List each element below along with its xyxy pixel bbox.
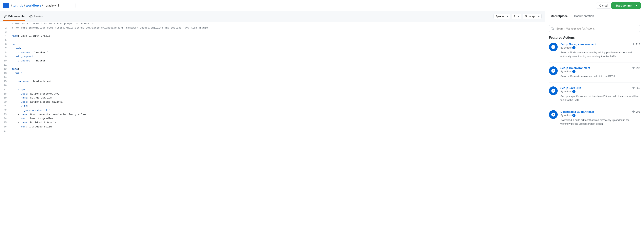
line-number: 3 [0,30,10,34]
line-content [10,129,545,133]
action-info: Setup Java JDK 256 By actions ✓ Set up a… [560,86,640,102]
action-desc: Set up a specific version of the Java JD… [560,94,640,102]
table-row: 5 [0,38,545,42]
marketplace-pane: Marketplace Documentation Featured Actio… [545,11,644,243]
star-count: 208 [636,110,640,113]
table-row: 3 [0,30,545,34]
line-content: on: [10,42,545,47]
line-content [10,84,545,88]
code-editor[interactable]: 1 # This workflow will build a Java proj… [0,22,545,243]
action-icon-go [549,66,558,75]
play-icon [551,113,555,117]
line-content: runs-on: ubuntu-latest [10,80,545,84]
workflows-link[interactable]: workflows [26,4,41,7]
edit-icon [4,15,7,18]
line-content: steps: [10,88,545,92]
action-header: Setup Java JDK 256 [560,86,640,90]
line-content: run: ./gradlew build [10,125,545,129]
indent-select[interactable]: 2 4 8 [512,14,521,19]
table-row: 18 - uses: actions/checkout@v2 [0,92,545,96]
line-number: 2 [0,26,10,30]
verified-icon: ✓ [572,70,576,73]
action-info: Setup Node.js environment 718 By actions… [560,43,640,58]
search-wrap [549,25,640,32]
action-name[interactable]: Setup Node.js environment [560,43,596,46]
line-number: 22 [0,108,10,113]
line-number: 4 [0,34,10,38]
action-author: actions [564,70,572,73]
action-by: By actions ✓ [560,90,640,93]
line-content [10,63,545,67]
list-item: Setup Node.js environment 718 By actions… [549,43,640,62]
line-number: 23 [0,113,10,117]
spaces-select[interactable]: Spaces Tabs [494,14,510,19]
tab-edit-new-file[interactable]: Edit new file [3,12,25,21]
tab-preview[interactable]: Preview [28,12,44,21]
action-by: By actions ✓ [560,114,640,117]
search-input[interactable] [549,25,640,32]
star-icon [632,67,635,69]
action-icon-nodejs [549,43,558,51]
line-content: push: [10,47,545,51]
start-commit-button[interactable]: Start commit ▾ [611,3,641,9]
table-row: 27 [0,129,545,133]
line-content: branches: [ master ] [10,59,545,63]
line-number: 19 [0,96,10,100]
action-author: actions [564,46,572,49]
line-content [10,38,545,42]
action-by: By actions ✓ [560,46,640,49]
marketplace-body: Featured Actions Setup Node.js environme… [545,21,644,243]
tab-marketplace[interactable]: Marketplace [549,11,569,21]
table-row: 12 jobs: [0,67,545,71]
verified-icon: ✓ [572,90,576,93]
filename-input[interactable] [44,3,76,8]
line-content: - name: Build with Gradle [10,121,545,125]
action-icon-java [549,86,558,95]
action-name[interactable]: Setup Java JDK [560,86,582,90]
repo-icon [3,3,9,8]
line-number: 26 [0,125,10,129]
toolbar-controls: Spaces Tabs 2 4 8 No wrap Soft wrap [494,14,542,19]
list-item: Setup Go environment 290 By actions ✓ Se… [549,66,640,82]
table-row: 22 java-version: 1.8 [0,108,545,113]
github-link[interactable]: .github [13,4,23,7]
line-number: 5 [0,38,10,42]
action-name[interactable]: Download a Build Artifact [560,110,594,113]
line-content: run: chmod +x gradlew [10,117,545,121]
action-info: Setup Go environment 290 By actions ✓ Se… [560,66,640,78]
action-name[interactable]: Setup Go environment [560,66,590,70]
line-content: jobs: [10,67,545,71]
action-stars: 208 [632,110,640,113]
preview-tab-label: Preview [34,15,44,18]
action-header: Setup Node.js environment 718 [560,43,640,46]
wrap-select[interactable]: No wrap Soft wrap [523,14,542,19]
line-content: build: [10,71,545,76]
line-number: 16 [0,84,10,88]
table-row: 10 branches: [ master ] [0,59,545,63]
start-commit-dropdown-arrow[interactable]: ▾ [634,4,637,7]
line-content: # This workflow will build a Java projec… [10,22,545,26]
table-row: 16 [0,84,545,88]
action-desc: Setup a Go environment and add it to the… [560,74,640,78]
table-row: 2 # For more information see: https://he… [0,26,545,30]
verified-icon: ✓ [572,114,576,117]
star-count: 256 [636,86,640,89]
table-row: 21 with: [0,104,545,108]
action-icon-artifact [549,110,558,119]
action-stars: 718 [632,43,640,46]
tab-documentation[interactable]: Documentation [572,11,596,21]
line-number: 1 [0,22,10,26]
line-content: branches: [ master ] [10,51,545,55]
table-row: 6 on: [0,42,545,47]
table-row: 8 branches: [ master ] [0,51,545,55]
editor-toolbar: Edit new file Preview Spaces Tabs 2 4 8 [0,11,545,22]
action-desc: Setup a Node.js environment by adding pr… [560,51,640,58]
action-author: actions [564,114,572,117]
table-row: 13 build: [0,71,545,76]
line-number: 10 [0,59,10,63]
table-row: 1 # This workflow will build a Java proj… [0,22,545,26]
breadcrumb: / .github / workflows / [10,3,594,8]
star-icon [632,43,635,46]
line-content: java-version: 1.8 [10,108,545,113]
cancel-button[interactable]: Cancel [596,3,612,9]
